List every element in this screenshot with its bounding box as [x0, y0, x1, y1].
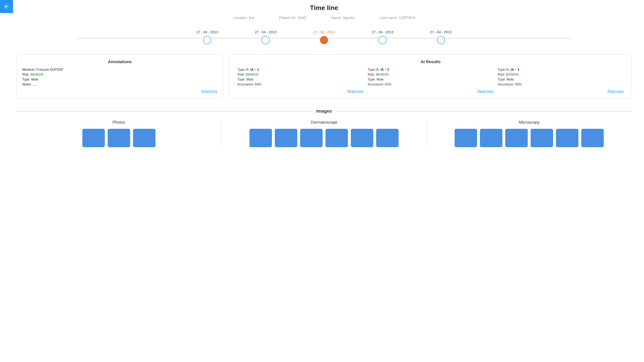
ai-type-skin-0: Type: Mole — [238, 78, 364, 81]
timeline-point-2[interactable]: 27 - 04 - 2013 — [313, 30, 335, 44]
ai-accurance-2: Accurance: 93% — [498, 83, 624, 86]
ai-results-inner: Type IA: IA – 1 Risk: BENIGN Type: Mole … — [235, 68, 626, 93]
image-group-title-2: Microscopy — [431, 120, 628, 125]
timeline-date-0: 27 - 04 - 2013 — [196, 30, 218, 34]
patient-id-label: Patient ID: 34AD — [279, 16, 306, 20]
timeline-date-3: 27 - 04 - 2013 — [372, 30, 393, 34]
ai-read-more-2[interactable]: Read more — [498, 90, 624, 93]
patient-info: Location: Ear Patient ID: 34AD Name: Agu… — [16, 16, 632, 20]
images-columns: PhotosDermatoscopeMicroscopy — [16, 120, 632, 147]
last-name-label: Last name: CARTAYA — [380, 16, 415, 20]
ai-risk-2: Risk: BENIGN — [498, 73, 624, 77]
ai-risk-1: Risk: BENIGN — [368, 73, 494, 77]
image-group-1: Dermatoscope — [222, 120, 426, 147]
image-thumb-0-1[interactable] — [108, 129, 130, 147]
image-thumb-1-1[interactable] — [275, 129, 297, 147]
image-group-title-1: Dermatoscope — [226, 120, 422, 125]
image-thumb-2-3[interactable] — [530, 129, 553, 147]
ai-accurance-0: Accurance: 84% — [238, 83, 364, 86]
annotations-read-more[interactable]: Read more — [22, 90, 218, 93]
ai-results-card: AI Results Type IA: IA – 1 Risk: BENIGN … — [230, 54, 632, 98]
annotations-title: Annotations — [22, 60, 218, 64]
image-thumb-2-1[interactable] — [480, 129, 502, 147]
location-label: Location: Ear — [233, 16, 254, 20]
image-thumb-2-0[interactable] — [454, 129, 477, 147]
ai-type-skin-2: Type: Mole — [498, 78, 624, 81]
timeline-date-1: 27 - 04 - 2013 — [255, 30, 276, 34]
ai-column-1: Type IA: IA – 2 Risk: BENIGN Type: Mole … — [366, 68, 496, 93]
risk-line: Risk: BENIGN — [22, 73, 218, 77]
ai-column-2: Type IA: IA – 3 Risk: BENIGN Type: Mole … — [496, 68, 626, 93]
image-thumb-1-3[interactable] — [326, 129, 348, 147]
image-thumb-2-4[interactable] — [556, 129, 578, 147]
medecin-line: Medecin: François DUPONT — [22, 68, 218, 72]
image-thumb-0-2[interactable] — [133, 129, 156, 147]
timeline-point-1[interactable]: 27 - 04 - 2013 — [255, 30, 276, 44]
timeline-points: 27 - 04 - 201327 - 04 - 201327 - 04 - 20… — [196, 30, 452, 44]
image-grid-0 — [20, 129, 217, 147]
image-thumb-1-4[interactable] — [351, 129, 373, 147]
type-line: Type: Mole — [22, 78, 218, 81]
annotations-card: Annotations Medecin: François DUPONT Ris… — [16, 54, 223, 98]
image-thumb-2-5[interactable] — [581, 129, 604, 147]
timeline-circle-1[interactable] — [262, 36, 270, 44]
ai-risk-0: Risk: BENIGN — [238, 73, 364, 77]
images-header: Images — [16, 109, 632, 114]
image-grid-1 — [226, 129, 422, 147]
images-header-line-right — [337, 111, 632, 111]
cards-row: Annotations Medecin: François DUPONT Ris… — [16, 54, 632, 98]
images-header-line-left — [16, 111, 312, 111]
timeline-circle-0[interactable] — [203, 36, 211, 44]
risk-label: Risk: — [22, 73, 30, 76]
timeline: 27 - 04 - 201327 - 04 - 201327 - 04 - 20… — [16, 26, 632, 46]
image-thumb-1-2[interactable] — [300, 129, 322, 147]
risk-value: BENIGN — [30, 73, 43, 76]
back-arrow-icon — [3, 3, 10, 10]
image-thumb-1-5[interactable] — [376, 129, 398, 147]
timeline-date-2: 27 - 04 - 2013 — [313, 30, 335, 34]
image-group-title-0: Photos — [20, 120, 217, 125]
ai-type-2: Type IA: IA – 3 — [498, 68, 624, 72]
ai-type-0: Type IA: IA – 1 — [238, 68, 364, 72]
name-label: Name: Agustin — [331, 16, 355, 20]
timeline-circle-3[interactable] — [378, 36, 386, 44]
timeline-circle-2[interactable] — [320, 36, 328, 44]
ai-read-more-1[interactable]: Read more — [368, 90, 494, 93]
images-section: Images PhotosDermatoscopeMicroscopy — [16, 109, 632, 147]
timeline-circle-4[interactable] — [437, 36, 445, 44]
timeline-point-0[interactable]: 27 - 04 - 2013 — [196, 30, 218, 44]
page-title: Time line — [16, 4, 632, 12]
image-grid-2 — [431, 129, 628, 147]
notes-line: Notes: .... — [22, 83, 218, 86]
image-thumb-0-0[interactable] — [82, 129, 105, 147]
ai-read-more-0[interactable]: Read more — [238, 90, 364, 93]
image-thumb-2-2[interactable] — [505, 129, 528, 147]
image-group-0: Photos — [16, 120, 222, 147]
ai-column-0: Type IA: IA – 1 Risk: BENIGN Type: Mole … — [235, 68, 366, 93]
ai-type-1: Type IA: IA – 2 — [368, 68, 494, 72]
ai-accurance-1: Accurance: 91% — [368, 83, 494, 86]
timeline-date-4: 27 - 04 - 2013 — [430, 30, 452, 34]
ai-results-title: AI Results — [235, 60, 626, 64]
timeline-point-4[interactable]: 27 - 04 - 2013 — [430, 30, 452, 44]
timeline-point-3[interactable]: 27 - 04 - 2013 — [372, 30, 393, 44]
image-group-2: Microscopy — [427, 120, 632, 147]
back-button[interactable] — [0, 0, 13, 13]
images-section-title: Images — [312, 109, 337, 114]
ai-type-skin-1: Type: Mole — [368, 78, 494, 81]
image-thumb-1-0[interactable] — [250, 129, 272, 147]
